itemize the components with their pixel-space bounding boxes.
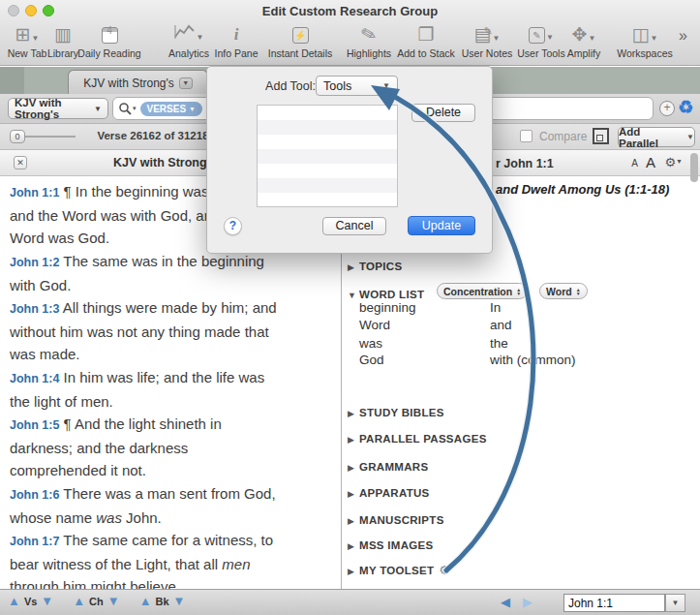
tab-dropdown-icon[interactable]: ▼ xyxy=(179,77,193,89)
section-parallel-passages[interactable]: ▶PARALLEL PASSAGES xyxy=(348,429,487,446)
disclosure-triangle-icon[interactable]: ▶ xyxy=(348,435,359,445)
disclosure-triangle-icon[interactable]: ▶ xyxy=(348,463,359,473)
chevron-down-icon: ▼ xyxy=(189,106,196,112)
verse: John 1:6 There was a man sent from God,w… xyxy=(10,482,341,529)
disclosure-triangle-icon[interactable]: ▶ xyxy=(348,567,359,576)
decrease-font-button[interactable]: A xyxy=(631,158,638,169)
filter-label: Word xyxy=(546,286,572,297)
window-header: Edit Custom Research Group ⊞▼New Tab▥Lib… xyxy=(0,0,700,66)
word-cell: God xyxy=(359,353,384,367)
toolbar-item-workspaces[interactable]: ◫▼Workspaces xyxy=(602,23,687,59)
chevron-down-icon: ▼ xyxy=(686,133,694,141)
stepper-label: Vs xyxy=(24,596,37,607)
update-button[interactable]: Update xyxy=(408,216,475,235)
text-selector-label: KJV with Strong's xyxy=(15,97,94,120)
stepper-ch: ▲Ch▼ xyxy=(73,594,119,608)
section-study-bibles[interactable]: ▶STUDY BIBLES xyxy=(348,403,444,419)
add-parallel-button[interactable]: Add Parallel ▼ xyxy=(618,127,695,147)
cancel-button[interactable]: Cancel xyxy=(322,217,386,235)
research-pane-title: r John 1:1 xyxy=(496,157,554,170)
section-manuscripts[interactable]: ▶MANUSCRIPTS xyxy=(348,510,444,527)
word-list-filter-concentration[interactable]: Concentration▲▼ xyxy=(437,283,528,299)
word-list-row: Godwith (common) xyxy=(342,353,700,369)
disclosure-triangle-icon[interactable]: ▶ xyxy=(348,516,359,526)
section-my-toolset[interactable]: ▶MY TOOLSET⚙ xyxy=(348,561,450,577)
verse-slider-knob[interactable]: 0 xyxy=(10,130,25,143)
stepper-down-icon[interactable]: ▼ xyxy=(173,594,186,608)
value-cell: In xyxy=(490,300,501,315)
history-forward-icon[interactable]: ▶ xyxy=(523,595,533,609)
section-mss-images[interactable]: ▶MSS IMAGES xyxy=(348,536,433,552)
stepper-label: Ch xyxy=(89,596,104,607)
section-label: GRAMMARS xyxy=(359,461,428,473)
chevron-down-icon: ▼ xyxy=(382,81,390,90)
toolset-gear-icon[interactable]: ⚙ xyxy=(439,563,450,577)
edit-research-group-dialog: Add Tool: Tools ▼ Delete ? Cancel Update xyxy=(206,66,493,254)
disclosure-triangle-icon[interactable]: ▶ xyxy=(348,262,359,272)
chevron-down-icon: ▼ xyxy=(676,158,683,165)
app-window: Edit Custom Research Group ⊞▼New Tab▥Lib… xyxy=(0,0,700,615)
tab-title: KJV with Strong's xyxy=(83,77,174,90)
passage-heading: and Dwelt Among Us (1:1-18) xyxy=(496,182,669,197)
workspaces-icon: ◫▼ xyxy=(602,23,687,46)
detail-window-icon[interactable] xyxy=(593,128,609,144)
verse: John 1:3 All things were made by him; an… xyxy=(10,296,341,366)
disclosure-triangle-icon[interactable]: ▶ xyxy=(348,489,359,499)
toolbar-overflow-chevron-icon[interactable]: » xyxy=(679,27,687,45)
tab-kjv-with-strongs[interactable]: KJV with Strong's ▼ xyxy=(68,70,208,95)
add-parallel-label: Add Parallel xyxy=(619,126,683,149)
disclosure-triangle-icon[interactable]: ▶ xyxy=(348,409,359,418)
compare-checkbox[interactable] xyxy=(520,130,533,142)
text-selector-popup[interactable]: KJV with Strong's ▼ xyxy=(8,98,108,119)
disclosure-triangle-icon[interactable]: ▶ xyxy=(348,541,359,551)
toolbar-item-daily-reading[interactable]: 4Daily Reading xyxy=(67,23,152,59)
disclosure-triangle-icon[interactable]: ▼ xyxy=(348,291,359,300)
stepper-vs: ▲Vs▼ xyxy=(8,594,53,608)
section-topics[interactable]: ▶TOPICS xyxy=(348,257,402,273)
toolbar-item-label: Daily Reading xyxy=(67,47,152,59)
section-apparatus[interactable]: ▶APPARATUS xyxy=(348,483,430,500)
stepper-up-icon[interactable]: ▲ xyxy=(73,594,85,608)
delete-button[interactable]: Delete xyxy=(411,104,475,122)
calendar-icon: 4 xyxy=(67,23,152,46)
word-cell: Word xyxy=(359,318,390,332)
history-back-icon[interactable]: ◀ xyxy=(501,595,510,609)
word-list-row: wasthe xyxy=(342,336,700,353)
increase-font-button[interactable]: A xyxy=(646,154,655,170)
verse-reference: John 1:4 xyxy=(10,372,59,385)
word-list-filter-word[interactable]: Word▲▼ xyxy=(539,283,588,299)
word-list-row: Wordand xyxy=(342,318,700,334)
verses-scope-tag[interactable]: VERSES ▼ xyxy=(140,102,203,116)
research-recycle-icon[interactable]: ♻ xyxy=(678,97,693,118)
updown-arrows-icon: ▲▼ xyxy=(516,288,521,295)
left-pane-title-label: KJV with Strong's xyxy=(113,156,216,169)
section-label: MANUSCRIPTS xyxy=(359,514,444,526)
verse-reference-dropdown[interactable]: ▼ xyxy=(665,594,685,612)
section-label: PARALLEL PASSAGES xyxy=(359,433,487,445)
verse-counter: Verse 26162 of 31218 xyxy=(85,130,221,141)
help-button[interactable]: ? xyxy=(224,217,242,235)
stepper-down-icon[interactable]: ▼ xyxy=(41,594,53,608)
magnifier-icon[interactable]: ▾ xyxy=(118,102,137,116)
stepper-up-icon[interactable]: ▲ xyxy=(139,594,152,608)
value-cell: and xyxy=(490,318,512,332)
add-tab-plus-icon[interactable]: + xyxy=(659,101,675,116)
verse-slider-track[interactable] xyxy=(25,136,76,138)
gear-icon[interactable]: ⚙▼ xyxy=(664,155,683,169)
section-grammars[interactable]: ▶GRAMMARS xyxy=(348,457,428,474)
word-cell: was xyxy=(359,336,382,351)
verse-reference: John 1:6 xyxy=(10,488,59,502)
verse-reference-input[interactable] xyxy=(563,594,665,612)
add-tool-select[interactable]: Tools ▼ xyxy=(316,76,398,96)
value-cell: with (common) xyxy=(490,353,576,367)
stepper-up-icon[interactable]: ▲ xyxy=(8,594,20,608)
scrollbar-thumb[interactable] xyxy=(690,153,698,182)
stepper-down-icon[interactable]: ▼ xyxy=(107,594,120,608)
value-cell: the xyxy=(490,336,508,351)
section-label: STUDY BIBLES xyxy=(359,407,444,418)
stepper-bk: ▲Bk▼ xyxy=(139,594,186,608)
section-label: MSS IMAGES xyxy=(359,539,433,551)
tool-list-box[interactable] xyxy=(257,105,398,207)
verse: John 1:7 The same came for a witness, to… xyxy=(10,529,341,589)
section-word-list[interactable]: ▼WORD LISTConcentration▲▼Word▲▼ xyxy=(348,285,424,301)
